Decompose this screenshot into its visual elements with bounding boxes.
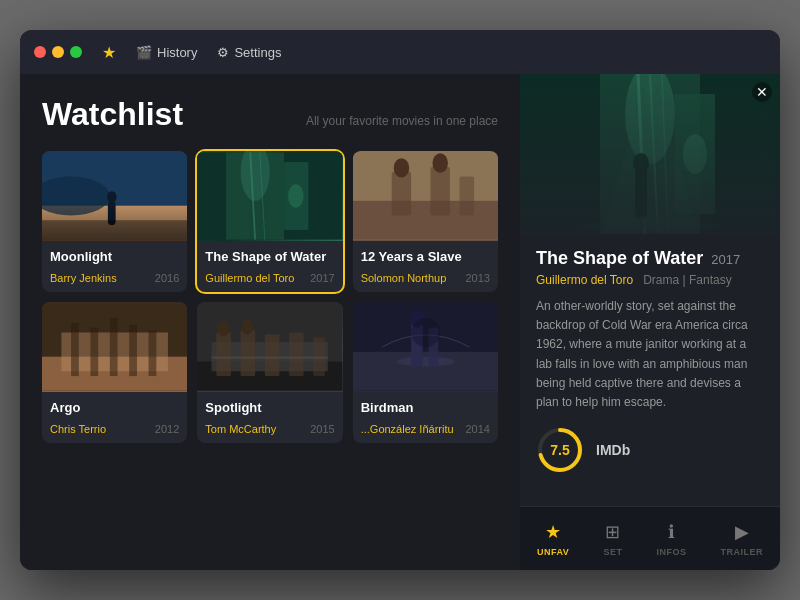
svg-rect-37 <box>314 337 326 376</box>
movie-meta-birdman: ...González Iñárritu 2014 <box>361 423 490 435</box>
svg-rect-19 <box>459 177 474 216</box>
svg-point-18 <box>432 153 448 172</box>
movie-grid: Moonlight Barry Jenkins 2016 <box>42 151 498 443</box>
birdman-art <box>353 302 498 392</box>
svg-rect-27 <box>149 330 157 376</box>
movie-thumb-argo <box>42 302 187 392</box>
history-icon: 🎬 <box>136 45 152 60</box>
watchlist-title: Watchlist <box>42 96 183 133</box>
svg-rect-14 <box>353 201 498 240</box>
detail-hero: ✕ <box>520 74 780 234</box>
svg-rect-35 <box>265 334 280 376</box>
movie-card-moonlight[interactable]: Moonlight Barry Jenkins 2016 <box>42 151 187 292</box>
movie-year-12years: 2013 <box>466 272 490 284</box>
nav-items: 🎬 History ⚙ Settings <box>136 45 281 60</box>
movie-thumb-birdman <box>353 302 498 392</box>
svg-rect-31 <box>217 332 232 376</box>
svg-point-41 <box>396 357 454 367</box>
movie-card-12years[interactable]: 12 Years a Slave Solomon Northup 2013 <box>353 151 498 292</box>
movie-meta-argo: Chris Terrio 2012 <box>50 423 179 435</box>
movie-name-birdman: Birdman <box>361 400 490 417</box>
movie-card-birdman[interactable]: Birdman ...González Iñárritu 2014 <box>353 302 498 443</box>
movie-director-shape-of-water: Guillermo del Toro <box>205 272 294 284</box>
set-icon: ⊞ <box>605 521 620 543</box>
movie-thumb-moonlight <box>42 151 187 241</box>
detail-hero-overlay <box>520 74 780 234</box>
app-star-icon: ★ <box>102 43 116 62</box>
movie-name-moonlight: Moonlight <box>50 249 179 266</box>
movie-thumb-12years <box>353 151 498 241</box>
movie-director-moonlight: Barry Jenkins <box>50 272 117 284</box>
svg-rect-26 <box>129 325 137 376</box>
svg-point-16 <box>393 158 409 177</box>
rating-circle: 7.5 <box>536 426 584 474</box>
movie-meta-12years: Solomon Northup 2013 <box>361 272 490 284</box>
infos-icon: ℹ <box>668 521 675 543</box>
moonlight-art <box>42 151 187 241</box>
detail-title-row: The Shape of Water 2017 <box>536 248 764 269</box>
close-button[interactable]: ✕ <box>752 82 772 102</box>
movie-card-spotlight[interactable]: Spotlight Tom McCarthy 2015 <box>197 302 342 443</box>
detail-director: Guillermo del Toro <box>536 273 633 287</box>
svg-rect-24 <box>90 328 98 376</box>
movie-director-12years: Solomon Northup <box>361 272 447 284</box>
fullscreen-traffic-light[interactable] <box>70 46 82 58</box>
12years-art <box>353 151 498 241</box>
svg-rect-15 <box>391 172 410 216</box>
svg-point-32 <box>218 321 230 337</box>
movie-info-birdman: Birdman ...González Iñárritu 2014 <box>353 392 498 443</box>
movie-year-argo: 2012 <box>155 423 179 435</box>
unfav-icon: ★ <box>545 521 561 543</box>
rating-value: 7.5 <box>536 426 584 474</box>
infos-button[interactable]: ℹ INFOS <box>644 515 698 563</box>
detail-year: 2017 <box>711 252 740 267</box>
movie-name-12years: 12 Years a Slave <box>361 249 490 266</box>
trailer-icon: ▶ <box>735 521 749 543</box>
movie-info-12years: 12 Years a Slave Solomon Northup 2013 <box>353 241 498 292</box>
unfav-button[interactable]: ★ UNFAV <box>525 515 581 563</box>
trailer-button[interactable]: ▶ TRAILER <box>708 515 775 563</box>
nav-history[interactable]: 🎬 History <box>136 45 197 60</box>
rating-row: 7.5 IMDb <box>536 426 764 474</box>
movie-info-shape-of-water: The Shape of Water Guillermo del Toro 20… <box>197 241 342 292</box>
svg-rect-36 <box>289 332 304 376</box>
nav-settings[interactable]: ⚙ Settings <box>217 45 281 60</box>
minimize-traffic-light[interactable] <box>52 46 64 58</box>
set-button[interactable]: ⊞ SET <box>591 515 634 563</box>
spotlight-art <box>197 302 342 392</box>
shape-of-water-art <box>197 151 342 241</box>
movie-card-argo[interactable]: Argo Chris Terrio 2012 <box>42 302 187 443</box>
watchlist-panel: Watchlist All your favorite movies in on… <box>20 74 520 570</box>
svg-rect-3 <box>108 201 116 225</box>
movie-info-argo: Argo Chris Terrio 2012 <box>42 392 187 443</box>
settings-icon: ⚙ <box>217 45 229 60</box>
movie-year-moonlight: 2016 <box>155 272 179 284</box>
detail-meta-row: Guillermo del Toro Drama | Fantasy <box>536 273 764 287</box>
main-content: Watchlist All your favorite movies in on… <box>20 74 780 570</box>
movie-thumb-spotlight <box>197 302 342 392</box>
action-bar: ★ UNFAV ⊞ SET ℹ INFOS ▶ TRAILER <box>520 506 780 570</box>
svg-rect-25 <box>110 318 118 376</box>
app-window: ★ 🎬 History ⚙ Settings Watchlist All you… <box>20 30 780 570</box>
svg-rect-17 <box>430 167 449 215</box>
svg-rect-23 <box>71 323 79 376</box>
movie-card-shape-of-water[interactable]: The Shape of Water Guillermo del Toro 20… <box>197 151 342 292</box>
nav-history-label: History <box>157 45 197 60</box>
trailer-label: TRAILER <box>720 547 763 557</box>
movie-year-shape-of-water: 2017 <box>310 272 334 284</box>
movie-year-spotlight: 2015 <box>310 423 334 435</box>
nav-settings-label: Settings <box>234 45 281 60</box>
svg-point-45 <box>411 318 440 347</box>
imdb-label: IMDb <box>596 442 630 458</box>
movie-name-shape-of-water: The Shape of Water <box>205 249 334 266</box>
movie-director-birdman: ...González Iñárritu <box>361 423 454 435</box>
movie-name-argo: Argo <box>50 400 179 417</box>
close-traffic-light[interactable] <box>34 46 46 58</box>
title-bar: ★ 🎬 History ⚙ Settings <box>20 30 780 74</box>
svg-rect-33 <box>241 330 256 376</box>
svg-rect-5 <box>42 220 187 239</box>
movie-meta-shape-of-water: Guillermo del Toro 2017 <box>205 272 334 284</box>
detail-panel: ✕ The Shape of Water 2017 Guillermo del … <box>520 74 780 570</box>
movie-thumb-shape-of-water <box>197 151 342 241</box>
detail-body: The Shape of Water 2017 Guillermo del To… <box>520 234 780 506</box>
